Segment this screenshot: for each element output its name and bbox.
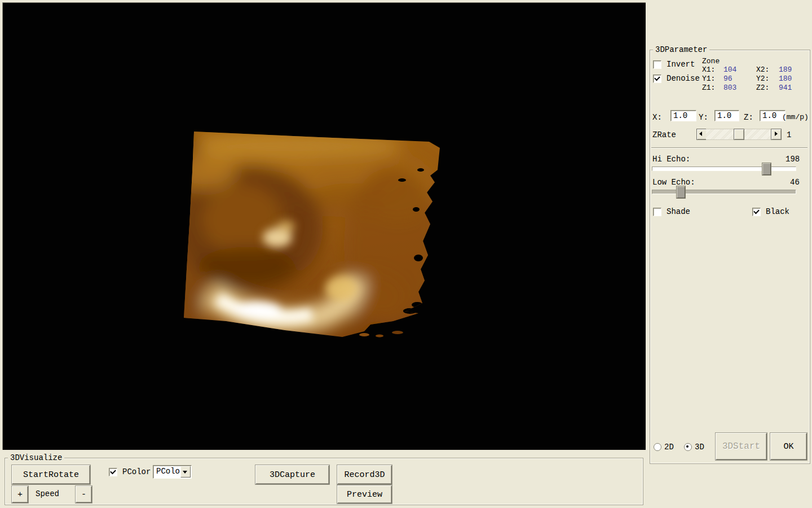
black-checkbox[interactable] [752,208,761,216]
scale-unit-label: (mm/p) [782,113,809,122]
y-scale-label: Y: [699,113,708,122]
hi-echo-slider-thumb[interactable] [762,163,771,175]
hi-echo-slider-track[interactable] [652,167,796,171]
record3d-button[interactable]: Record3D [337,465,392,484]
chevron-down-icon [183,471,187,474]
ok-button[interactable]: OK [770,433,807,460]
denoise-checkbox[interactable] [653,75,661,83]
black-label: Black [766,207,789,216]
pcolor-checkbox[interactable] [109,468,117,476]
check-icon [110,468,116,475]
x-scale-input[interactable] [670,110,696,121]
speed-plus-button[interactable]: + [12,486,28,503]
low-echo-slider-track[interactable] [652,190,796,194]
denoise-label: Denoise [667,74,700,83]
check-icon [654,75,660,81]
zrate-label: ZRate [652,130,676,139]
zrate-scroll-right-button[interactable] [771,129,782,140]
zone-x2-value: 189 [779,65,792,75]
visualize-groupbox: 3DVisualize StartRotate + Speed - PColor… [5,458,643,505]
hi-echo-value: 198 [785,155,800,164]
speed-minus-button[interactable]: - [76,486,92,503]
capture3d-button[interactable]: 3DCapture [255,465,329,484]
pcolor-combobox-dropdown-button[interactable] [180,466,191,478]
invert-label: Invert [667,60,695,69]
low-echo-slider-thumb[interactable] [677,186,685,198]
mode-3d-label: 3D [695,443,704,452]
zone-y2-value: 180 [779,75,792,84]
zone-z2-value: 941 [779,84,792,93]
zone-x2-label: X2: [756,65,769,75]
check-icon [753,208,760,214]
zone-z1-label: Z1: [702,84,715,93]
speed-label: Speed [36,489,59,498]
low-echo-label: Low Echo: [652,178,695,187]
shade-label: Shade [667,207,690,216]
pcolor-label: PColor [122,467,151,476]
app-window: { "colors": { "window_bg": "#ece9d8", "z… [0,0,812,508]
zrate-value: 1 [787,130,791,139]
zone-y1-label: Y1: [702,75,715,84]
z-scale-label: Z: [744,113,753,122]
pcolor-combobox[interactable]: PColor [153,465,192,479]
start-rotate-button[interactable]: StartRotate [12,465,90,484]
zone-y2-label: Y2: [756,75,769,84]
x-scale-label: X: [652,113,662,122]
ultrasound-volume-render [3,3,646,450]
separator-line [651,147,807,148]
y-scale-input[interactable] [714,110,739,121]
zrate-scroll-thumb[interactable] [734,129,744,140]
mode-2d-radio[interactable] [654,443,661,451]
mode-3d-radio[interactable] [684,443,692,451]
shade-checkbox[interactable] [653,208,661,216]
zone-x1-label: X1: [702,65,715,75]
zone-z2-label: Z2: [756,84,769,93]
arrow-right-icon [775,132,778,136]
zone-label: Zone [702,57,720,66]
arrow-left-icon [699,132,702,136]
parameter-group-title: 3DParameter [653,45,709,54]
visualize-group-title: 3DVisualize [8,453,64,462]
zrate-scrollbar [696,129,780,139]
parameter-groupbox: 3DParameter Invert Denoise Zone X1: 104 … [650,50,810,464]
render-viewport[interactable] [2,2,646,450]
start3d-button[interactable]: 3DStart [716,433,767,460]
invert-checkbox[interactable] [653,60,661,69]
low-echo-value: 46 [790,178,800,187]
zone-x1-value: 104 [723,65,736,75]
hi-echo-label: Hi Echo: [652,155,690,164]
zone-z1-value: 803 [723,84,736,93]
preview-button[interactable]: Preview [337,485,392,503]
zone-y1-value: 96 [723,75,732,84]
mode-2d-label: 2D [664,443,674,452]
